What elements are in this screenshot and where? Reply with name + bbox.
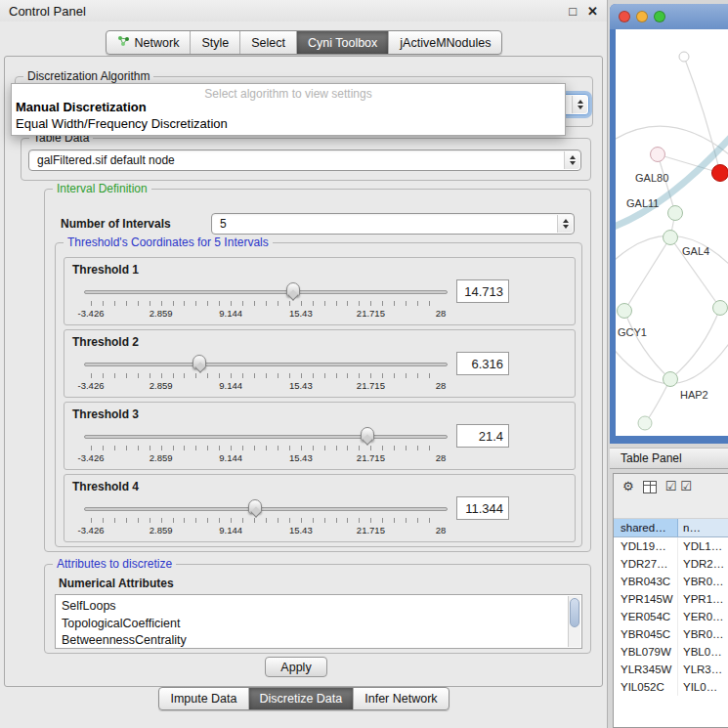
threshold-4-value-field[interactable]: 11.344 <box>456 496 509 520</box>
cell[interactable]: YPR145W <box>614 590 678 608</box>
cell[interactable]: YBL079W <box>614 643 678 661</box>
zoom-traffic-light-icon[interactable] <box>654 11 665 22</box>
node-label: GCY1 <box>618 326 647 338</box>
slider-thumb[interactable] <box>286 282 300 297</box>
tab-network[interactable]: Network <box>107 31 191 54</box>
table-row[interactable]: YDR27…YDR2… <box>614 555 728 573</box>
column-header-name[interactable]: n… <box>678 519 728 537</box>
cell[interactable]: YDR27… <box>614 555 678 573</box>
number-of-intervals-label: Number of Intervals <box>61 217 171 231</box>
cell[interactable]: YER054C <box>614 608 678 625</box>
cell[interactable]: YBR0… <box>678 625 728 643</box>
list-item[interactable]: TopologicalCoefficient <box>62 616 581 633</box>
slider-scale: -3.426 2.859 9.144 15.43 21.715 28 <box>91 525 441 536</box>
table-row[interactable]: YER054CYER0… <box>614 608 728 625</box>
table-data-combobox[interactable]: galFiltered.sif default node <box>28 150 581 171</box>
scale-label: -3.426 <box>78 308 105 319</box>
scale-label: -3.426 <box>78 380 105 391</box>
apply-button[interactable]: Apply <box>265 657 327 677</box>
slider-ticks <box>91 518 441 523</box>
network-node <box>713 301 728 316</box>
column-header-shared-name[interactable]: shared… <box>614 519 678 537</box>
network-node <box>651 148 665 162</box>
threshold-3-value-field[interactable]: 21.4 <box>456 424 509 448</box>
cell[interactable]: YIL052C <box>614 678 678 696</box>
dropdown-option-equal-width[interactable]: Equal Width/Frequency Discretization <box>12 115 565 132</box>
combo-stepper-icon[interactable] <box>564 151 579 169</box>
number-of-intervals-combobox[interactable]: 5 <box>211 213 575 235</box>
cell[interactable]: YBR045C <box>614 625 678 643</box>
threshold-1-slider[interactable]: -3.426 2.859 9.144 15.43 21.715 28 <box>84 281 448 322</box>
network-node <box>618 304 632 319</box>
tab-infer-network[interactable]: Infer Network <box>353 688 448 709</box>
thresholds-group: Threshold's Coordinates for 5 Intervals … <box>55 242 582 547</box>
threshold-2-slider[interactable]: -3.426 2.859 9.144 15.43 21.715 28 <box>84 354 448 395</box>
slider-thumb[interactable] <box>193 355 206 369</box>
table-row[interactable]: YBL079WYBL0… <box>614 643 728 661</box>
float-window-icon[interactable]: □ <box>569 5 577 18</box>
slider-thumb[interactable] <box>248 499 262 514</box>
threshold-2-value-field[interactable]: 6.316 <box>456 352 509 375</box>
scrollbar-thumb[interactable] <box>570 598 579 627</box>
tab-discretize-data[interactable]: Discretize Data <box>248 688 354 709</box>
threshold-1-group: Threshold 1 -3.426 2.859 9.144 15.43 21.… <box>64 257 576 325</box>
minimize-traffic-light-icon[interactable] <box>636 11 648 22</box>
table-row[interactable]: YBR045CYBR0… <box>614 625 728 643</box>
threshold-2-group: Threshold 2 -3.426 2.859 9.144 15.43 21.… <box>64 329 576 398</box>
combo-stepper-icon[interactable] <box>572 96 587 113</box>
checkbox-icon[interactable]: ☑ <box>680 480 692 493</box>
scale-label: -3.426 <box>78 452 105 463</box>
bottom-tab-bar: Impute Data Discretize Data Infer Networ… <box>0 687 608 710</box>
tab-impute-data[interactable]: Impute Data <box>159 688 247 709</box>
list-scrollbar[interactable] <box>568 596 580 647</box>
dropdown-prompt: Select algorithm to view settings <box>12 84 565 99</box>
list-item[interactable]: BetweennessCentrality <box>62 632 581 649</box>
tab-select[interactable]: Select <box>239 31 296 54</box>
close-traffic-light-icon[interactable] <box>619 11 630 22</box>
network-node-selected <box>712 165 728 182</box>
cell[interactable]: YDL1… <box>678 537 728 555</box>
columns-icon[interactable] <box>643 481 657 493</box>
cell[interactable]: YPR1… <box>678 590 728 608</box>
slider-ticks <box>91 373 441 378</box>
scale-label: 9.144 <box>219 380 242 391</box>
threshold-3-label: Threshold 3 <box>72 407 139 421</box>
scale-label: 15.43 <box>289 525 313 535</box>
interval-definition-group: Interval Definition Number of Intervals … <box>44 189 591 552</box>
table-row[interactable]: YLR345WYLR3… <box>614 661 728 678</box>
dropdown-option-manual-discretization[interactable]: Manual Discretization <box>12 99 565 115</box>
tab-network-label: Network <box>135 36 180 50</box>
tab-jactivemodules[interactable]: jActiveMNodules <box>388 31 501 54</box>
table-row[interactable]: YDL19…YDL1… <box>614 537 728 555</box>
app-root: Control Panel □ ✕ Network Style Select C… <box>0 0 728 728</box>
table-row[interactable]: YPR145WYPR1… <box>614 590 728 608</box>
checkbox-icon[interactable]: ☑ <box>665 480 677 493</box>
close-icon[interactable]: ✕ <box>587 5 598 18</box>
cell[interactable]: YBR0… <box>678 573 728 590</box>
table-row[interactable]: YBR043CYBR0… <box>614 573 728 590</box>
slider-scale: -3.426 2.859 9.144 15.43 21.715 28 <box>91 452 441 464</box>
cell[interactable]: YDL19… <box>614 537 678 555</box>
cell[interactable]: YBR043C <box>614 573 678 590</box>
gear-icon[interactable]: ⚙ <box>622 480 634 493</box>
cell[interactable]: YIL0… <box>678 678 728 696</box>
tab-style[interactable]: Style <box>190 31 239 54</box>
slider-thumb[interactable] <box>361 427 374 442</box>
network-canvas[interactable]: GAL80 GAL11 GAL4 GCY1 HAP2 <box>616 29 728 436</box>
cell[interactable]: YBL0… <box>678 643 728 661</box>
combo-stepper-icon[interactable] <box>557 215 573 233</box>
cell[interactable]: YLR345W <box>614 661 678 678</box>
cell[interactable]: YDR2… <box>678 555 728 573</box>
table-row[interactable]: YIL052CYIL0… <box>614 678 728 696</box>
cell[interactable]: YER0… <box>678 608 728 625</box>
cell[interactable]: YLR3… <box>678 661 728 678</box>
threshold-4-slider[interactable]: -3.426 2.859 9.144 15.43 21.715 28 <box>84 498 448 539</box>
threshold-3-group: Threshold 3 -3.426 2.859 9.144 15.43 21.… <box>64 402 576 470</box>
list-item[interactable]: SelfLoops <box>62 598 581 616</box>
tab-cyni-toolbox[interactable]: Cyni Toolbox <box>296 31 388 54</box>
node-label: GAL80 <box>635 172 668 184</box>
threshold-1-value-field[interactable]: 14.713 <box>456 279 509 303</box>
threshold-4-group: Threshold 4 -3.426 2.859 9.144 15.43 21.… <box>64 474 576 542</box>
numerical-attributes-list[interactable]: SelfLoops TopologicalCoefficient Between… <box>55 594 582 649</box>
threshold-3-slider[interactable]: -3.426 2.859 9.144 15.43 21.715 28 <box>84 426 448 467</box>
